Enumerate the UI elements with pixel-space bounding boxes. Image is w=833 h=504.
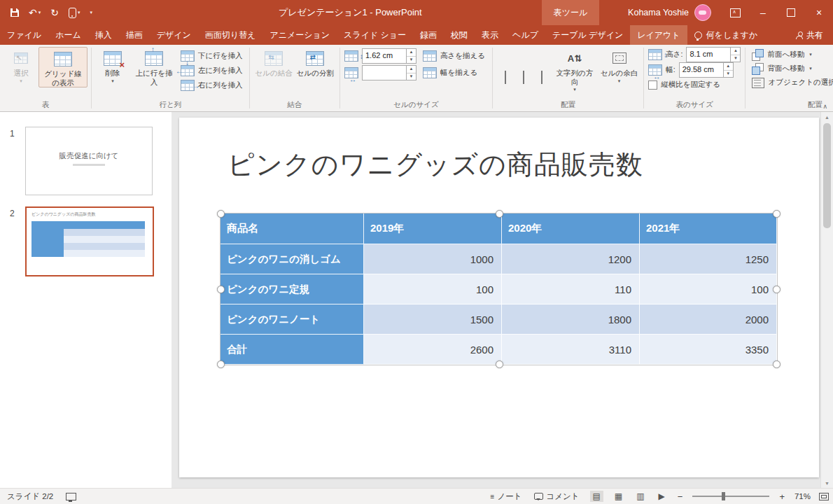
close-button[interactable]: × — [805, 0, 833, 25]
table-cell[interactable]: 1200 — [502, 244, 640, 274]
align-middle-button[interactable] — [523, 71, 524, 84]
table-cell[interactable]: 100 — [640, 274, 777, 304]
table-row-header[interactable]: ピンクのワニノート — [220, 304, 364, 335]
ribbon-display-options-button[interactable] — [721, 0, 749, 25]
table-width-input[interactable]: 29.58 cm▲▼ — [679, 62, 734, 78]
table-header-cell[interactable]: 2019年 — [364, 214, 502, 244]
align-top-button[interactable] — [505, 71, 506, 84]
table-resize-handle-middle-right[interactable] — [773, 286, 780, 293]
slideshow-view-button[interactable]: ▶ — [656, 491, 668, 502]
normal-view-button[interactable]: ▤ — [590, 491, 603, 502]
save-button[interactable] — [7, 6, 22, 19]
table-resize-handle-bottom-right[interactable] — [773, 360, 780, 368]
table-header-cell[interactable]: 2021年 — [640, 214, 777, 244]
tab-record[interactable]: 録画 — [413, 25, 444, 45]
slide-title-text[interactable]: ピンクのワニグッズの商品販売数 — [227, 147, 643, 183]
table-row-header[interactable]: ピンクのワニの消しゴム — [220, 244, 364, 274]
align-bottom-button[interactable] — [541, 71, 542, 84]
zoom-slider-thumb[interactable] — [722, 492, 725, 500]
table-resize-handle-top-right[interactable] — [773, 210, 780, 218]
user-name[interactable]: Kohama Yoshie — [628, 8, 689, 18]
minimize-button[interactable]: – — [749, 0, 777, 25]
spinner-arrows[interactable]: ▲▼ — [730, 48, 740, 62]
table-resize-handle-top-center[interactable] — [496, 210, 503, 218]
table-cell[interactable]: 1000 — [364, 244, 502, 274]
bring-forward-button[interactable]: 前面へ移動▾ — [749, 48, 833, 62]
split-cells-button[interactable]: ⇄ セルの分割 — [295, 47, 336, 78]
table-resize-handle-top-left[interactable] — [217, 210, 225, 218]
table-row-header[interactable]: 合計 — [220, 335, 364, 365]
vertical-scrollbar[interactable]: ▲ ▼ — [820, 112, 833, 489]
insert-column-right-button[interactable]: →右に列を挿入 — [178, 78, 246, 92]
table-cell[interactable]: 2000 — [640, 304, 777, 335]
insert-row-below-button[interactable]: ↓下に行を挿入 — [178, 49, 246, 63]
slide-2-thumbnail[interactable]: ピンクのワニグッズの商品販売数 — [25, 206, 154, 276]
tab-draw[interactable]: 描画 — [119, 25, 150, 45]
select-button[interactable]: ↖ 選択 ▾ — [4, 47, 38, 84]
cell-margins-button[interactable]: セルの余白 ▾ — [598, 47, 640, 84]
table-cell[interactable]: 3350 — [640, 335, 777, 365]
table-resize-handle-bottom-left[interactable] — [217, 360, 225, 368]
fit-slide-to-window-button[interactable] — [819, 493, 829, 500]
notes-button[interactable]: ≡ノート — [489, 491, 524, 502]
merge-cells-button[interactable]: ⇆ セルの結合 — [253, 47, 295, 78]
slide-sorter-view-button[interactable]: ▦ — [612, 491, 625, 502]
send-backward-button[interactable]: 背面へ移動▾ — [749, 62, 833, 76]
table-header-cell[interactable]: 2020年 — [502, 214, 640, 244]
tab-design[interactable]: デザイン — [150, 25, 198, 45]
table-cell[interactable]: 100 — [364, 274, 502, 304]
slide[interactable]: ピンクのワニグッズの商品販売数 商品名 2019年 2020年 2021年 ピン… — [179, 118, 819, 477]
view-gridlines-button[interactable]: グリッド線の表示 — [38, 47, 88, 88]
scroll-up-arrow-icon[interactable]: ▲ — [821, 112, 833, 122]
comments-button[interactable]: コメント — [532, 491, 581, 502]
zoom-slider[interactable] — [692, 496, 769, 497]
tab-transitions[interactable]: 画面切り替え — [198, 25, 263, 45]
collapse-ribbon-button[interactable]: ∧ — [822, 103, 827, 110]
delete-button[interactable]: × 削除 ▾ — [95, 47, 130, 84]
spinner-arrows[interactable]: ▲▼ — [723, 63, 733, 77]
maximize-button[interactable] — [777, 0, 805, 25]
touch-mouse-mode-button[interactable]: ▾ — [65, 6, 84, 20]
table-cell[interactable]: 1800 — [502, 304, 640, 335]
customize-qat-button[interactable]: ▾ — [87, 8, 97, 18]
row-height-input[interactable]: 1.62 cm▲▼ — [362, 48, 416, 64]
tell-me-search[interactable]: 何をしますか — [687, 25, 764, 45]
table-header-cell[interactable]: 商品名 — [220, 214, 364, 244]
tab-table-design[interactable]: テーブル デザイン — [545, 25, 630, 45]
tab-insert[interactable]: 挿入 — [88, 25, 119, 45]
tab-help[interactable]: ヘルプ — [505, 25, 545, 45]
insert-row-above-button[interactable]: ↑ 上に行を挿入 — [130, 47, 178, 86]
redo-button[interactable]: ↻ — [47, 6, 62, 20]
table-row-header[interactable]: ピンクのワニ定規 — [220, 274, 364, 304]
scroll-down-arrow-icon[interactable]: ▼ — [821, 478, 833, 489]
table-cell[interactable]: 110 — [502, 274, 640, 304]
column-width-input[interactable]: ▲▼ — [362, 65, 416, 80]
selection-pane-button[interactable]: オブジェクトの選択と表示 — [749, 76, 833, 90]
table-resize-handle-bottom-center[interactable] — [496, 360, 503, 368]
tab-file[interactable]: ファイル — [0, 25, 48, 45]
text-direction-button[interactable]: A⇅ 文字列の方向 ▾ — [551, 47, 598, 92]
undo-button[interactable]: ↶▾ — [25, 6, 44, 20]
distribute-columns-button[interactable]: 幅を揃える — [420, 66, 480, 80]
zoom-out-button[interactable]: − — [676, 491, 685, 502]
table-cell[interactable]: 2600 — [364, 335, 502, 365]
zoom-percent[interactable]: 71% — [794, 492, 811, 500]
slide-1-thumbnail[interactable]: 販売促進に向けて — [25, 127, 153, 195]
reading-view-button[interactable]: ▥ — [634, 491, 647, 502]
tab-home[interactable]: ホーム — [48, 25, 88, 45]
tab-review[interactable]: 校閲 — [444, 25, 475, 45]
table-resize-handle-middle-left[interactable] — [217, 286, 225, 293]
distribute-rows-button[interactable]: 高さを揃える — [420, 49, 488, 63]
accessibility-icon[interactable] — [66, 493, 76, 500]
spinner-arrows[interactable]: ▲▼ — [406, 66, 416, 80]
insert-column-left-button[interactable]: ←左に列を挿入 — [178, 64, 246, 78]
user-avatar[interactable] — [694, 4, 711, 21]
tab-slideshow[interactable]: スライド ショー — [337, 25, 413, 45]
share-button[interactable]: 共有 — [786, 25, 833, 45]
table-cell[interactable]: 1250 — [640, 244, 777, 274]
tab-animations[interactable]: アニメーション — [262, 25, 337, 45]
table-cell[interactable]: 1500 — [364, 304, 502, 335]
tab-view[interactable]: 表示 — [475, 25, 505, 45]
table-cell[interactable]: 3110 — [502, 335, 640, 365]
scrollbar-thumb[interactable] — [823, 123, 831, 228]
